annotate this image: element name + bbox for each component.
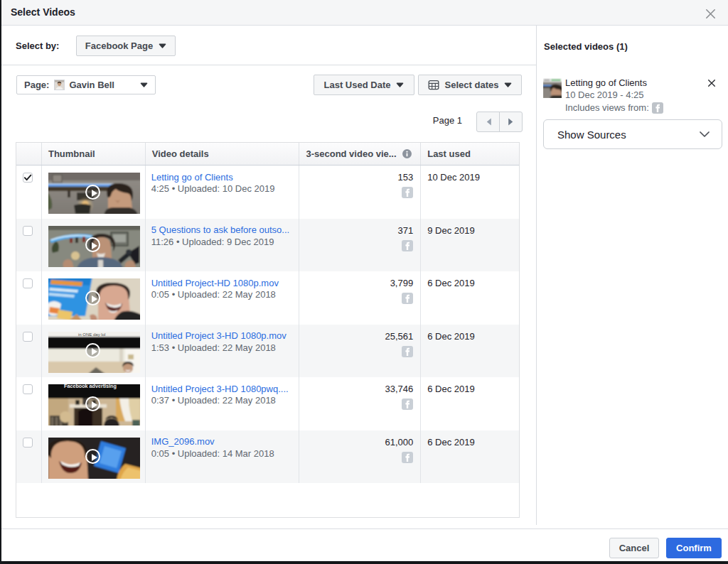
modal-titlebar: Select Videos: [1, 0, 728, 26]
calendar-icon: [428, 80, 439, 90]
svg-text:in ONE day lol: in ONE day lol: [78, 332, 105, 336]
views-count: 153: [305, 172, 413, 183]
row-checkbox-checked[interactable]: [23, 173, 33, 183]
views-count: 371: [305, 225, 413, 236]
facebook-source-icon: [402, 346, 413, 357]
table-empty-area: [16, 483, 519, 517]
prev-page-button[interactable]: [476, 112, 500, 132]
video-meta: 0:05 • Uploaded: 22 May 2018: [151, 289, 294, 300]
close-icon[interactable]: [705, 9, 716, 19]
show-sources-dropdown[interactable]: Show Sources: [543, 119, 722, 149]
video-title-link[interactable]: 5 Questions to ask before outso...: [151, 224, 294, 235]
video-title-link[interactable]: Untitled Project-HD 1080p.mov: [151, 278, 294, 288]
table-row[interactable]: IMG_2096.mov 0:05 • Uploaded: 14 Mar 201…: [16, 430, 519, 484]
last-used-cell: 10 Dec 2019: [420, 166, 519, 219]
table-row[interactable]: Facebook advertising Untitled Project 3-…: [16, 377, 519, 430]
details-cell: Untitled Project-HD 1080p.mov 0:05 • Upl…: [145, 271, 299, 325]
views-count: 61,000: [305, 437, 413, 448]
header-last-used: Last used: [420, 143, 519, 165]
details-cell: Untitled Project 3-HD 1080pwq.... 0:37 •…: [145, 377, 299, 430]
play-icon: [85, 237, 100, 252]
header-views: 3-second video vie...: [299, 143, 420, 165]
video-title-link[interactable]: Untitled Project 3-HD 1080p.mov: [151, 330, 294, 341]
checkbox-cell: [16, 377, 41, 430]
checkbox-cell: [16, 430, 41, 484]
video-title-link[interactable]: Letting go of Clients: [151, 172, 294, 183]
page-avatar: [54, 80, 65, 90]
selected-video-title: Letting go of Clients: [565, 77, 647, 88]
thumbnail-cell: in ONE day lol: [41, 325, 145, 378]
video-thumbnail: [48, 226, 140, 267]
details-cell: Untitled Project 3-HD 1080p.mov 1:53 • U…: [145, 325, 299, 378]
video-meta: 0:05 • Uploaded: 14 Mar 2018: [151, 448, 294, 459]
views-count: 33,746: [305, 384, 413, 394]
video-thumbnail: Facebook advertising: [48, 384, 140, 425]
header-divider: [1, 65, 536, 65]
page-selector-dropdown[interactable]: Page: Gavin Bell: [16, 75, 156, 94]
details-cell: Letting go of Clients 4:25 • Uploaded: 1…: [145, 166, 299, 219]
pagination-label: Page 1: [418, 110, 462, 131]
select-dates-label: Select dates: [445, 80, 499, 90]
facebook-source-icon: [402, 452, 413, 463]
checkbox-cell: [16, 219, 41, 272]
views-count: 25,561: [305, 331, 413, 342]
last-used-cell: 6 Dec 2019: [420, 377, 519, 430]
table-row[interactable]: Untitled Project-HD 1080p.mov 0:05 • Upl…: [16, 271, 519, 325]
play-icon: [85, 396, 100, 411]
video-meta: 11:26 • Uploaded: 9 Dec 2019: [151, 237, 294, 247]
caret-down-icon: [140, 82, 148, 87]
selected-video-thumbnail: [543, 78, 562, 98]
details-cell: 5 Questions to ask before outso... 11:26…: [145, 219, 299, 272]
table-row[interactable]: 5 Questions to ask before outso... 11:26…: [16, 219, 519, 272]
thumbnail-cell: [41, 166, 145, 219]
svg-text:Facebook advertising: Facebook advertising: [64, 384, 117, 389]
sidebar-divider: [536, 26, 537, 525]
remove-selected-icon[interactable]: [707, 79, 716, 87]
checkbox-cell: [16, 271, 41, 325]
select-by-label: Select by:: [16, 36, 59, 56]
confirm-button[interactable]: Confirm: [666, 538, 722, 558]
views-cell: 3,799: [299, 271, 420, 325]
caret-down-icon: [159, 43, 166, 48]
select-by-value: Facebook Page: [85, 40, 153, 51]
chevron-down-icon: [700, 131, 710, 137]
header-checkbox-cell: [16, 143, 41, 165]
video-thumbnail: [48, 173, 140, 214]
row-checkbox[interactable]: [23, 438, 33, 448]
row-checkbox[interactable]: [23, 278, 33, 288]
video-title-link[interactable]: IMG_2096.mov: [151, 436, 294, 447]
select-videos-modal: Select Videos Select by: Facebook Page P…: [1, 0, 728, 561]
row-checkbox[interactable]: [23, 384, 33, 394]
arrow-left-icon: [485, 117, 492, 126]
footer-divider: [1, 528, 728, 529]
table-row[interactable]: in ONE day lol Untitled Project 3-HD 108…: [16, 325, 519, 378]
page-selector-value: Gavin Bell: [69, 80, 114, 90]
check-icon: [23, 173, 32, 182]
table-row[interactable]: Letting go of Clients 4:25 • Uploaded: 1…: [16, 166, 519, 219]
views-cell: 33,746: [299, 377, 420, 430]
cancel-button[interactable]: Cancel: [609, 538, 659, 558]
thumbnail-cell: Facebook advertising: [41, 377, 145, 430]
facebook-source-icon: [402, 398, 413, 410]
next-page-button[interactable]: [499, 112, 523, 132]
modal-title: Select Videos: [11, 0, 75, 25]
header-video-details: Video details: [145, 143, 299, 165]
select-dates-dropdown[interactable]: Select dates: [418, 75, 522, 95]
views-cell: 25,561: [299, 325, 420, 378]
views-cell: 61,000: [299, 430, 420, 484]
info-icon[interactable]: [402, 149, 412, 158]
page-background: { "modal": { "title": "Select Videos" },…: [0, 0, 728, 564]
sort-dropdown[interactable]: Last Used Date: [314, 75, 414, 95]
video-thumbnail: [48, 278, 140, 320]
select-by-dropdown[interactable]: Facebook Page: [76, 36, 176, 56]
confirm-button-label: Confirm: [676, 543, 712, 553]
video-meta: 1:53 • Uploaded: 22 May 2018: [151, 342, 294, 353]
last-used-cell: 6 Dec 2019: [420, 271, 519, 325]
play-icon: [85, 291, 100, 305]
row-checkbox[interactable]: [23, 226, 33, 236]
video-title-link[interactable]: Untitled Project 3-HD 1080pwq....: [151, 384, 294, 394]
thumbnail-cell: [41, 430, 145, 484]
caret-down-icon: [504, 82, 512, 87]
row-checkbox[interactable]: [23, 332, 33, 342]
videos-table: Thumbnail Video details 3-second video v…: [16, 142, 520, 518]
